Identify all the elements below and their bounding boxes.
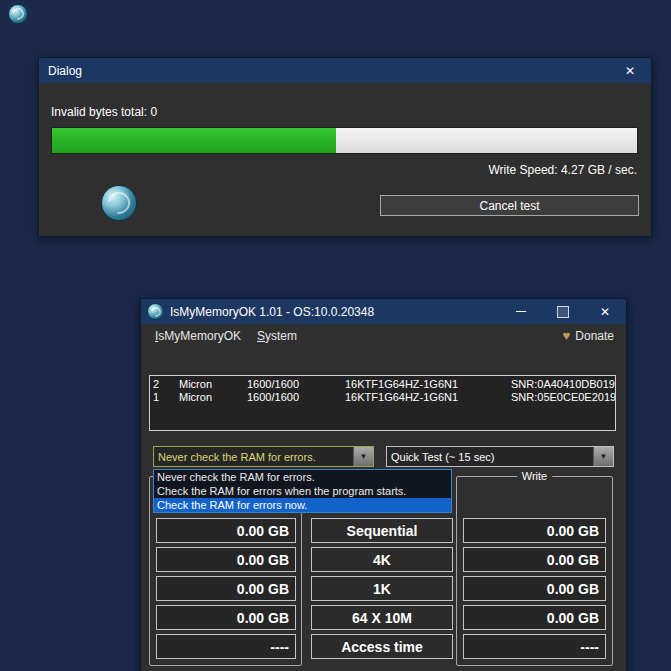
1k-button[interactable]: 1K (311, 576, 453, 601)
write-value-sequential: 0.00 GB (463, 518, 606, 543)
menu-system[interactable]: System (249, 327, 305, 345)
ram-speed: 1600/1600 (247, 391, 345, 404)
read-value-1k: 0.00 GB (156, 576, 296, 601)
ram-brand: Micron (179, 378, 247, 391)
close-icon: ✕ (625, 64, 635, 78)
app-logo-icon (101, 185, 137, 221)
main-client-area: IsMyMemoryOK System ♥ Donate 2 Micron 16… (141, 324, 626, 671)
ram-model: 16KTF1G64HZ-1G6N1 (345, 378, 511, 391)
ram-model: 16KTF1G64HZ-1G6N1 (345, 391, 511, 404)
ram-check-dropdown-list: Never check the RAM for errors. Check th… (153, 469, 452, 513)
chevron-down-icon[interactable]: ▼ (593, 447, 613, 466)
write-group-label: Write (517, 470, 552, 482)
dialog-close-button[interactable]: ✕ (609, 58, 651, 83)
chevron-down-icon[interactable]: ▼ (353, 447, 373, 466)
read-value-4k: 0.00 GB (156, 547, 296, 572)
close-icon: ✕ (600, 305, 610, 319)
4k-button[interactable]: 4K (311, 547, 453, 572)
ram-list-row[interactable]: 2 Micron 1600/1600 16KTF1G64HZ-1G6N1 SNR… (150, 378, 615, 391)
main-window: IsMyMemoryOK 1.01 - OS:10.0.20348 ✕ IsMy… (140, 298, 627, 671)
sequential-button[interactable]: Sequential (311, 518, 453, 543)
write-value-4k: 0.00 GB (463, 547, 606, 572)
dialog-titlebar[interactable]: Dialog ✕ (39, 58, 651, 83)
test-type-combobox-value: Quick Test (~ 15 sec) (387, 451, 593, 463)
progress-dialog-window: Dialog ✕ Invalid bytes total: 0 Write Sp… (38, 57, 652, 237)
ram-check-combobox-value: Never check the RAM for errors. (154, 451, 353, 463)
ram-serial: SNR:0A40410DB019 (511, 378, 615, 391)
access-time-button[interactable]: Access time (311, 634, 453, 659)
invalid-bytes-label: Invalid bytes total: 0 (51, 105, 157, 119)
cancel-test-button[interactable]: Cancel test (380, 195, 639, 216)
dropdown-option[interactable]: Check the RAM for errors when the progra… (154, 484, 451, 498)
desktop: Dialog ✕ Invalid bytes total: 0 Write Sp… (0, 0, 671, 671)
progress-bar (51, 127, 638, 154)
donate-icon: ♥ (563, 329, 571, 342)
ram-speed: 1600/1600 (247, 378, 345, 391)
read-value-access-time: ---- (156, 634, 296, 659)
write-value-1k: 0.00 GB (463, 576, 606, 601)
close-button[interactable]: ✕ (584, 299, 626, 324)
write-value-64x10m: 0.00 GB (463, 605, 606, 630)
read-value-64x10m: 0.00 GB (156, 605, 296, 630)
window-controls: ✕ (500, 299, 626, 324)
app-titlebar-icon (147, 303, 164, 320)
maximize-icon (557, 306, 569, 318)
ram-module-list[interactable]: 2 Micron 1600/1600 16KTF1G64HZ-1G6N1 SNR… (149, 375, 616, 431)
write-value-access-time: ---- (463, 634, 606, 659)
donate-button[interactable]: ♥ Donate (563, 329, 620, 343)
dialog-title: Dialog (39, 64, 609, 78)
dropdown-option[interactable]: Never check the RAM for errors. (154, 470, 451, 484)
minimize-icon (516, 311, 526, 312)
ram-check-combobox[interactable]: Never check the RAM for errors. ▼ (153, 446, 374, 467)
menu-ismymemoryok[interactable]: IsMyMemoryOK (147, 327, 249, 345)
donate-label: Donate (575, 329, 614, 343)
dropdown-option-selected[interactable]: Check the RAM for errors now. (154, 498, 451, 512)
64x10m-button[interactable]: 64 X 10M (311, 605, 453, 630)
menubar: IsMyMemoryOK System ♥ Donate (141, 324, 626, 347)
minimize-button[interactable] (500, 299, 542, 324)
ram-slot: 1 (153, 391, 179, 404)
ram-brand: Micron (179, 391, 247, 404)
desktop-shortcut-icon[interactable] (8, 4, 28, 24)
write-speed-label: Write Speed: 4.27 GB / sec. (488, 163, 637, 177)
main-titlebar[interactable]: IsMyMemoryOK 1.01 - OS:10.0.20348 ✕ (141, 299, 626, 324)
ram-serial: SNR:05E0CE0E2019 (511, 391, 616, 404)
ram-slot: 2 (153, 378, 179, 391)
maximize-button[interactable] (542, 299, 584, 324)
progress-fill (52, 128, 336, 153)
main-window-title: IsMyMemoryOK 1.01 - OS:10.0.20348 (164, 305, 500, 319)
ram-list-row[interactable]: 1 Micron 1600/1600 16KTF1G64HZ-1G6N1 SNR… (150, 391, 615, 404)
test-type-combobox[interactable]: Quick Test (~ 15 sec) ▼ (386, 446, 614, 467)
read-value-sequential: 0.00 GB (156, 518, 296, 543)
dialog-content: Invalid bytes total: 0 Write Speed: 4.27… (39, 83, 651, 235)
